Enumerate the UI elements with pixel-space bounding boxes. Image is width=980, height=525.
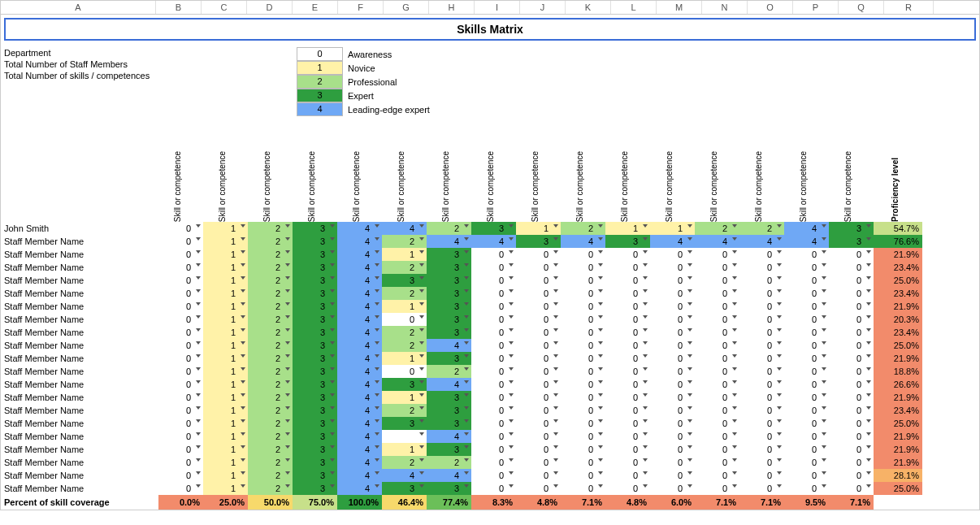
skill-cell[interactable]: 3 [293, 248, 337, 261]
skill-cell[interactable]: 0 [158, 339, 203, 352]
column-header-F[interactable]: F [338, 1, 384, 14]
skill-cell[interactable]: 0 [382, 313, 427, 326]
skill-cell[interactable]: 0 [516, 352, 561, 365]
skill-cell[interactable]: 0 [650, 456, 695, 469]
skill-cell[interactable]: 0 [739, 339, 784, 352]
skill-cell[interactable]: 1 [382, 300, 427, 313]
skill-cell[interactable]: 2 [248, 365, 293, 378]
skill-cell[interactable]: 4 [561, 235, 605, 248]
skill-cell[interactable]: 3 [293, 313, 337, 326]
skill-cell[interactable]: 3 [293, 456, 337, 469]
skill-cell[interactable]: 4 [382, 469, 427, 482]
skill-cell[interactable]: 2 [248, 287, 293, 300]
skill-cell[interactable]: 3 [829, 222, 874, 235]
skill-cell[interactable]: 3 [427, 274, 471, 287]
skill-cell[interactable]: 2 [382, 235, 427, 248]
skill-cell[interactable]: 3 [382, 482, 427, 495]
skill-cell[interactable]: 0 [650, 261, 695, 274]
skill-cell[interactable]: 4 [337, 430, 382, 443]
skill-cell[interactable]: 3 [427, 248, 471, 261]
skill-cell[interactable]: 2 [248, 339, 293, 352]
skill-cell[interactable]: 0 [471, 482, 516, 495]
skill-cell[interactable]: 0 [516, 430, 561, 443]
skill-cell[interactable]: 0 [516, 300, 561, 313]
skill-cell[interactable]: 2 [739, 222, 784, 235]
skill-cell[interactable]: 4 [337, 365, 382, 378]
skill-cell[interactable]: 3 [293, 391, 337, 404]
skill-cell[interactable]: 0 [471, 261, 516, 274]
skill-cell[interactable]: 0 [471, 469, 516, 482]
skill-cell[interactable]: 0 [605, 352, 650, 365]
skill-cell[interactable]: 0 [739, 261, 784, 274]
skill-cell[interactable]: 0 [650, 378, 695, 391]
skill-cell[interactable]: 1 [382, 443, 427, 456]
skill-cell[interactable]: 4 [695, 235, 739, 248]
skill-cell[interactable]: 3 [293, 261, 337, 274]
skill-cell[interactable]: 0 [516, 261, 561, 274]
skill-cell[interactable]: 4 [337, 443, 382, 456]
skill-cell[interactable]: 3 [427, 287, 471, 300]
skill-cell[interactable] [382, 430, 427, 443]
skill-cell[interactable]: 0 [739, 378, 784, 391]
skill-cell[interactable]: 4 [337, 287, 382, 300]
skill-cell[interactable]: 3 [427, 443, 471, 456]
skill-cell[interactable]: 0 [158, 326, 203, 339]
skill-cell[interactable]: 2 [248, 404, 293, 417]
column-header-A[interactable]: A [1, 1, 156, 14]
skill-cell[interactable]: 0 [695, 352, 739, 365]
skill-cell[interactable]: 0 [471, 274, 516, 287]
column-header-D[interactable]: D [247, 1, 293, 14]
skill-cell[interactable]: 2 [382, 456, 427, 469]
skill-cell[interactable]: 0 [158, 235, 203, 248]
skill-cell[interactable]: 3 [293, 235, 337, 248]
column-header-K[interactable]: K [566, 1, 611, 14]
skill-cell[interactable]: 3 [427, 404, 471, 417]
skill-cell[interactable]: 1 [203, 326, 248, 339]
skill-cell[interactable]: 1 [203, 339, 248, 352]
skill-cell[interactable]: 2 [248, 482, 293, 495]
skill-cell[interactable]: 0 [739, 443, 784, 456]
skill-cell[interactable]: 0 [784, 326, 829, 339]
skill-cell[interactable]: 3 [427, 313, 471, 326]
skill-cell[interactable]: 1 [203, 287, 248, 300]
skill-cell[interactable]: 0 [516, 313, 561, 326]
skill-cell[interactable]: 0 [516, 287, 561, 300]
skill-cell[interactable]: 0 [516, 248, 561, 261]
skill-cell[interactable]: 0 [158, 287, 203, 300]
skill-cell[interactable]: 0 [695, 378, 739, 391]
skill-cell[interactable]: 2 [427, 222, 471, 235]
skill-cell[interactable]: 1 [382, 352, 427, 365]
column-header-J[interactable]: J [520, 1, 566, 14]
skill-cell[interactable]: 0 [829, 365, 874, 378]
skill-cell[interactable]: 1 [203, 456, 248, 469]
skill-cell[interactable]: 0 [739, 456, 784, 469]
skill-cell[interactable]: 0 [739, 248, 784, 261]
skill-cell[interactable]: 0 [516, 391, 561, 404]
skill-cell[interactable]: 4 [337, 248, 382, 261]
skill-cell[interactable]: 2 [248, 222, 293, 235]
skill-cell[interactable]: 0 [784, 482, 829, 495]
skill-cell[interactable]: 2 [248, 274, 293, 287]
skill-cell[interactable]: 0 [561, 417, 605, 430]
skill-cell[interactable]: 0 [739, 313, 784, 326]
skill-cell[interactable]: 2 [427, 365, 471, 378]
skill-cell[interactable]: 2 [248, 261, 293, 274]
skill-cell[interactable]: 3 [427, 352, 471, 365]
skill-cell[interactable]: 0 [471, 378, 516, 391]
skill-cell[interactable]: 0 [739, 417, 784, 430]
skill-cell[interactable]: 4 [427, 339, 471, 352]
column-header-G[interactable]: G [384, 1, 429, 14]
skill-cell[interactable]: 0 [784, 430, 829, 443]
skill-cell[interactable]: 0 [695, 443, 739, 456]
skill-cell[interactable]: 0 [739, 469, 784, 482]
skill-cell[interactable]: 4 [337, 261, 382, 274]
skill-cell[interactable]: 0 [829, 326, 874, 339]
skill-cell[interactable]: 0 [158, 469, 203, 482]
skill-cell[interactable]: 0 [695, 261, 739, 274]
skill-cell[interactable]: 0 [471, 365, 516, 378]
skill-cell[interactable]: 4 [382, 222, 427, 235]
skill-cell[interactable]: 0 [784, 287, 829, 300]
column-header-L[interactable]: L [611, 1, 657, 14]
skill-cell[interactable]: 0 [471, 339, 516, 352]
skill-cell[interactable]: 0 [605, 469, 650, 482]
